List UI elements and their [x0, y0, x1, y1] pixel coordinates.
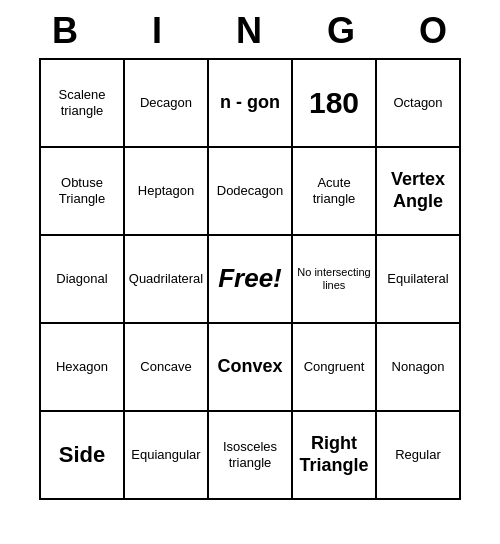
- cell-3-0: Hexagon: [41, 324, 125, 412]
- cell-1-4: Vertex Angle: [377, 148, 461, 236]
- cell-1-2: Dodecagon: [209, 148, 293, 236]
- cell-1-1: Heptagon: [125, 148, 209, 236]
- title-letter: G: [300, 10, 384, 52]
- cell-0-3: 180: [293, 60, 377, 148]
- cell-2-1: Quadrilateral: [125, 236, 209, 324]
- cell-2-4: Equilateral: [377, 236, 461, 324]
- cell-3-3: Congruent: [293, 324, 377, 412]
- bingo-grid: Scalene triangleDecagonn - gon180Octagon…: [39, 58, 461, 500]
- cell-3-4: Nonagon: [377, 324, 461, 412]
- cell-2-2: Free!: [209, 236, 293, 324]
- cell-1-0: Obtuse Triangle: [41, 148, 125, 236]
- cell-0-2: n - gon: [209, 60, 293, 148]
- title-letter: O: [392, 10, 476, 52]
- cell-4-1: Equiangular: [125, 412, 209, 500]
- cell-0-0: Scalene triangle: [41, 60, 125, 148]
- cell-4-3: Right Triangle: [293, 412, 377, 500]
- cell-2-3: No intersecting lines: [293, 236, 377, 324]
- cell-4-2: Isosceles triangle: [209, 412, 293, 500]
- cell-3-2: Convex: [209, 324, 293, 412]
- cell-4-4: Regular: [377, 412, 461, 500]
- title-letter: N: [208, 10, 292, 52]
- title-letter: I: [116, 10, 200, 52]
- cell-2-0: Diagonal: [41, 236, 125, 324]
- bingo-title: BINGO: [20, 0, 480, 58]
- cell-0-4: Octagon: [377, 60, 461, 148]
- cell-4-0: Side: [41, 412, 125, 500]
- title-letter: B: [24, 10, 108, 52]
- cell-1-3: Acute triangle: [293, 148, 377, 236]
- cell-3-1: Concave: [125, 324, 209, 412]
- cell-0-1: Decagon: [125, 60, 209, 148]
